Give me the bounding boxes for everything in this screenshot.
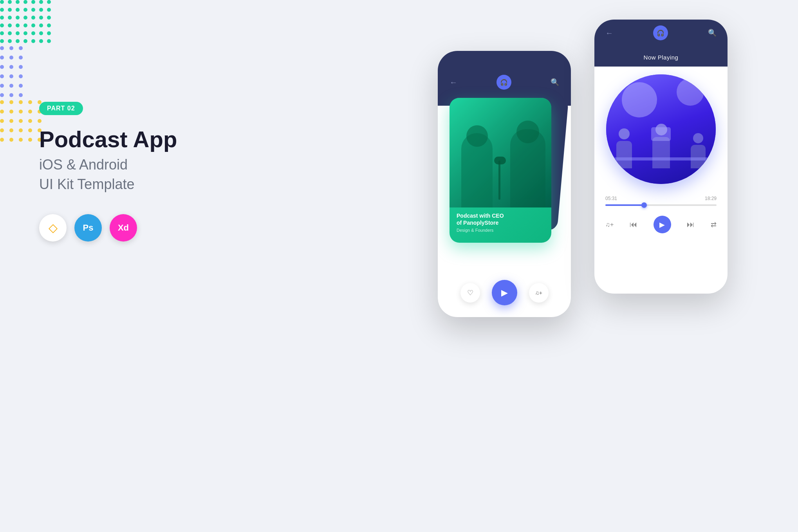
phone1-search-button[interactable]: 🔍 [551,78,559,87]
phone1-back-button[interactable]: ← [450,78,457,87]
album-art [606,74,716,184]
card-title: Podcast with CEOof PanoplyStore [457,212,544,226]
card-info: Podcast with CEOof PanoplyStore Design &… [450,207,551,237]
sketch-icon[interactable]: ◇ [39,214,67,242]
app-subtitle: iOS & Android UI Kit Template [39,155,196,195]
album-art-container [606,74,716,184]
studio-light-2 [677,78,704,106]
card-subtitle: Design & Founders [457,228,544,233]
phone2-play-button[interactable]: ▶ [654,216,671,233]
podcast-card-front[interactable]: Podcast with CEOof PanoplyStore Design &… [450,98,551,243]
photoshop-icon[interactable]: Ps [74,214,102,242]
head-1 [619,128,630,139]
phone2-logo: 🎧 [653,25,668,40]
phone1-controls: ♡ ▶ ♫+ [438,280,571,305]
phone1-play-button[interactable]: ▶ [492,280,517,305]
head-left [466,125,488,147]
adobexd-icon[interactable]: Xd [110,214,137,242]
progress-thumb[interactable] [641,202,647,208]
office-scene [606,74,716,184]
phones-container: ← 🎧 🔍 [438,20,728,317]
head-3 [693,133,703,143]
tool-icons-row: ◇ Ps Xd [39,214,196,242]
time-elapsed: 05:31 [605,196,617,201]
phone2-header: ← 🎧 🔍 Now Playing [594,20,728,67]
subtitle-line1: iOS & Android [39,157,128,173]
mic-stand [498,161,500,200]
phone2-playlist-button[interactable]: ♫+ [605,221,614,228]
laptop-screen [651,127,671,141]
phone2-shuffle-button[interactable]: ⇄ [711,220,717,229]
time-total: 18:29 [705,196,717,201]
head-right [516,121,539,143]
office-table [614,157,708,161]
body-3 [691,145,706,168]
now-playing-label: Now Playing [644,54,679,67]
office-person-1 [616,128,632,168]
time-row: 05:31 18:29 [605,196,717,201]
progress-fill [605,204,644,206]
phone1-logo: 🎧 [496,75,511,90]
phone-1-mockup: ← 🎧 🔍 [438,51,571,317]
person-silhouette-right [510,129,545,207]
phone-2-mockup: ← 🎧 🔍 Now Playing [594,20,728,294]
mic-head [494,157,506,164]
phone2-prev-button[interactable]: ⏮ [630,220,637,229]
card-image [450,98,551,207]
person-silhouette-left [461,133,493,207]
subtitle-line2: UI Kit Template [39,176,134,192]
player-controls: ♫+ ⏮ ▶ ⏭ ⇄ [605,216,717,233]
phone1-card-stack: Podcast with CEOof PanoplyStore Design &… [438,90,571,270]
studio-light-1 [622,82,657,117]
progress-bar[interactable] [605,204,717,206]
part-badge: PART 02 [39,102,83,115]
body-1 [616,141,632,168]
phone2-back-button[interactable]: ← [605,29,613,38]
phone1-heart-button[interactable]: ♡ [460,283,480,303]
phone1-playlist-button[interactable]: ♫+ [529,283,549,303]
office-person-3 [691,133,706,168]
player-bottom: 05:31 18:29 ♫+ ⏮ ▶ ⏭ ⇄ [594,192,728,241]
app-title: Podcast App [39,127,196,152]
album-art-inner [606,74,716,184]
phone2-next-button[interactable]: ⏭ [687,220,695,229]
card-image-inner [450,98,551,207]
left-section: PART 02 Podcast App iOS & Android UI Kit… [39,102,196,242]
body-2 [652,137,670,168]
phone2-search-button[interactable]: 🔍 [708,29,717,37]
phone2-header-top: ← 🎧 🔍 [605,25,717,40]
